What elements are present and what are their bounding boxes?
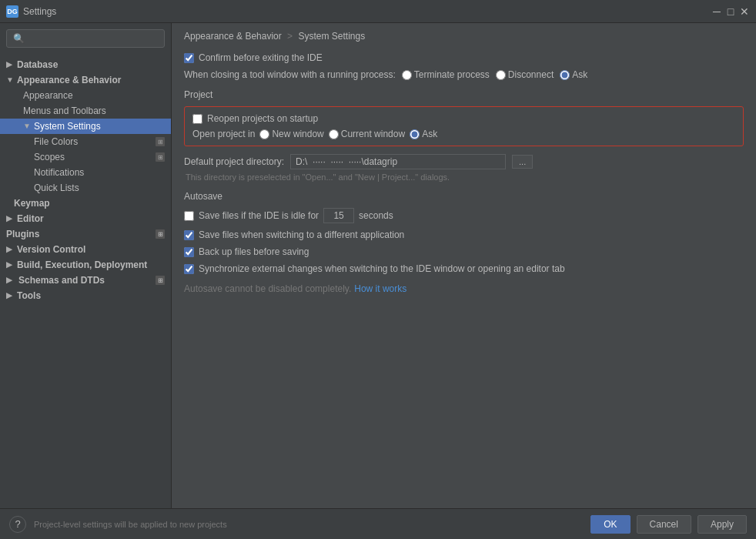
new-window-label: New window — [272, 129, 323, 139]
save-switching-label[interactable]: Save files when switching to a different… — [199, 229, 404, 240]
apply-button[interactable]: Apply — [697, 515, 747, 534]
disconnect-option[interactable]: Disconnect — [496, 69, 554, 80]
terminate-label: Terminate process — [414, 69, 490, 80]
current-window-option[interactable]: Current window — [329, 129, 405, 139]
confirm-exit-row: Confirm before exiting the IDE — [184, 52, 744, 63]
ok-button[interactable]: OK — [590, 515, 630, 534]
settings-content: Confirm before exiting the IDE When clos… — [172, 46, 756, 508]
minimize-button[interactable]: ─ — [711, 6, 722, 17]
help-button[interactable]: ? — [9, 516, 26, 533]
breadcrumb: Appearance & Behavior > System Settings — [172, 23, 756, 46]
sidebar-item-system-settings[interactable]: ▼ System Settings — [0, 119, 171, 134]
window-controls: ─ □ ✕ — [711, 6, 750, 17]
titlebar: DG Settings ─ □ ✕ — [0, 0, 756, 23]
sync-external-label[interactable]: Synchronize external changes when switch… — [199, 263, 565, 274]
save-switching-checkbox[interactable] — [184, 230, 194, 240]
confirm-exit-checkbox[interactable] — [184, 53, 194, 63]
ask-label: Ask — [572, 69, 587, 80]
cannot-disable-row: Autosave cannot be disabled completely. … — [184, 283, 744, 294]
chevron-right-icon-editor: ▶ — [6, 214, 15, 223]
chevron-down-icon-sys: ▼ — [23, 122, 32, 131]
sidebar-item-file-colors[interactable]: File Colors ⊞ — [0, 134, 171, 149]
directory-hint: This directory is preselected in "Open..… — [184, 172, 744, 182]
maximize-button[interactable]: □ — [725, 6, 736, 17]
chevron-down-icon: ▼ — [6, 75, 15, 85]
app-icon: DG — [6, 5, 18, 18]
sidebar-item-keymap[interactable]: Keymap — [0, 196, 171, 211]
cancel-button[interactable]: Cancel — [637, 515, 691, 534]
backup-label[interactable]: Back up files before saving — [199, 246, 309, 257]
sync-external-row: Synchronize external changes when switch… — [184, 263, 744, 274]
sidebar-item-tools[interactable]: ▶ Tools — [0, 288, 171, 303]
sidebar-item-editor[interactable]: ▶ Editor — [0, 211, 171, 226]
settings-window: DG Settings ─ □ ✕ ▶ Database ▼ Appearanc… — [0, 0, 756, 539]
ask-window-label: Ask — [422, 129, 437, 139]
new-window-option[interactable]: New window — [259, 129, 323, 139]
ask-radio[interactable] — [560, 70, 570, 80]
sidebar-item-build-execution[interactable]: ▶ Build, Execution, Deployment — [0, 257, 171, 273]
current-window-radio[interactable] — [329, 129, 339, 139]
sidebar-item-plugins[interactable]: Plugins ⊞ — [0, 226, 171, 242]
footer-status: Project-level settings will be applied t… — [26, 520, 590, 529]
browse-button[interactable]: ... — [512, 155, 533, 169]
closing-tool-window-label: When closing a tool window with a runnin… — [184, 69, 396, 80]
reopen-projects-row: Reopen projects on startup — [192, 113, 735, 124]
sidebar-item-database[interactable]: ▶ Database — [0, 57, 171, 72]
window-title: Settings — [23, 6, 711, 17]
ask-option[interactable]: Ask — [560, 69, 587, 80]
sidebar-item-menus-toolbars[interactable]: Menus and Toolbars — [0, 103, 171, 119]
sidebar-item-appearance[interactable]: Appearance — [0, 88, 171, 103]
save-idle-label[interactable]: Save files if the IDE is idle for — [199, 210, 319, 221]
backup-row: Back up files before saving — [184, 246, 744, 257]
breadcrumb-separator: > — [287, 31, 295, 42]
sidebar-item-quick-lists[interactable]: Quick Lists — [0, 180, 171, 196]
chevron-right-icon-vc: ▶ — [6, 245, 15, 254]
terminate-option[interactable]: Terminate process — [402, 69, 490, 80]
chevron-right-icon-build: ▶ — [6, 260, 15, 270]
closing-tool-window-row: When closing a tool window with a runnin… — [184, 69, 744, 80]
ask-window-option[interactable]: Ask — [410, 129, 437, 139]
chevron-right-icon-tools: ▶ — [6, 291, 15, 300]
idle-seconds-input[interactable] — [323, 208, 354, 223]
save-idle-checkbox[interactable] — [184, 211, 194, 221]
autosave-title: Autosave — [184, 191, 744, 202]
reopen-projects-label[interactable]: Reopen projects on startup — [207, 113, 318, 124]
main-panel: Appearance & Behavior > System Settings … — [172, 23, 756, 508]
save-switching-row: Save files when switching to a different… — [184, 229, 744, 240]
new-window-radio[interactable] — [259, 129, 269, 139]
terminate-radio[interactable] — [402, 70, 412, 80]
ask-window-radio[interactable] — [410, 129, 420, 139]
idle-unit-label: seconds — [359, 210, 393, 221]
backup-checkbox[interactable] — [184, 247, 194, 257]
ext-badge-schemas: ⊞ — [156, 276, 165, 285]
close-button[interactable]: ✕ — [739, 6, 750, 17]
chevron-right-icon: ▶ — [6, 60, 15, 69]
save-idle-row: Save files if the IDE is idle for second… — [184, 208, 744, 223]
ext-badge-file-colors: ⊞ — [156, 137, 165, 146]
how-it-works-link[interactable]: How it works — [354, 283, 406, 294]
sidebar: ▶ Database ▼ Appearance & Behavior Appea… — [0, 23, 172, 508]
disconnect-label: Disconnect — [508, 69, 554, 80]
disconnect-radio[interactable] — [496, 70, 506, 80]
sidebar-item-appearance-behavior[interactable]: ▼ Appearance & Behavior — [0, 72, 171, 88]
sidebar-item-notifications[interactable]: Notifications — [0, 165, 171, 180]
sync-external-checkbox[interactable] — [184, 264, 194, 274]
open-project-label: Open project in — [192, 129, 255, 139]
autosave-section: Autosave Save files if the IDE is idle f… — [184, 191, 744, 294]
ext-badge-plugins: ⊞ — [156, 229, 165, 239]
reopen-projects-checkbox[interactable] — [192, 114, 202, 124]
directory-input[interactable] — [290, 154, 506, 169]
footer-buttons: OK Cancel Apply — [590, 515, 747, 534]
chevron-right-icon-schemas: ▶ — [6, 276, 15, 285]
sidebar-item-scopes[interactable]: Scopes ⊞ — [0, 149, 171, 165]
project-section-label: Project — [184, 89, 744, 100]
nav-tree: ▶ Database ▼ Appearance & Behavior Appea… — [0, 54, 171, 508]
project-box: Reopen projects on startup Open project … — [184, 106, 744, 146]
sidebar-item-version-control[interactable]: ▶ Version Control — [0, 242, 171, 257]
search-input[interactable] — [6, 29, 165, 48]
confirm-exit-label[interactable]: Confirm before exiting the IDE — [199, 52, 323, 63]
sidebar-item-schemas-dtds[interactable]: ▶ Schemas and DTDs ⊞ — [0, 273, 171, 288]
footer: ? Project-level settings will be applied… — [0, 508, 756, 539]
current-window-label: Current window — [341, 129, 405, 139]
cannot-disable-text: Autosave cannot be disabled completely. — [184, 283, 351, 294]
